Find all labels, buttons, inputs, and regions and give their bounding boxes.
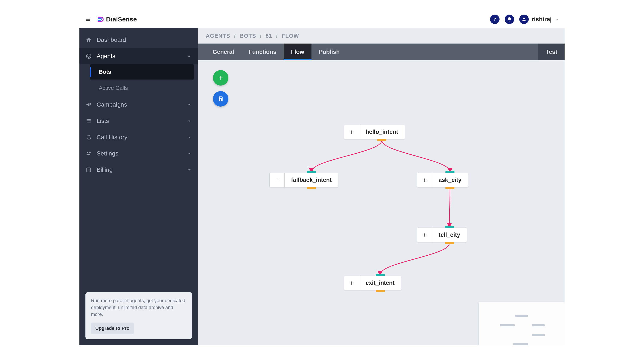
save-icon: [218, 96, 224, 102]
flow-node-hello_intent[interactable]: +hello_intent: [344, 125, 405, 139]
sidebar-subitem-label: Active Calls: [99, 85, 128, 91]
add-node-button[interactable]: [213, 70, 228, 86]
sidebar-item-label: Billing: [96, 166, 182, 173]
sidebar-item-lists[interactable]: Lists: [80, 113, 198, 129]
sidebar-item-call-history[interactable]: Call History: [80, 129, 198, 145]
node-add-child[interactable]: +: [270, 173, 285, 187]
node-add-child[interactable]: +: [344, 125, 359, 139]
port-out[interactable]: [307, 187, 316, 189]
sidebar-item-label: Call History: [96, 134, 182, 141]
svg-point-3: [87, 152, 88, 153]
node-label: tell_city: [432, 228, 467, 242]
port-in[interactable]: [376, 274, 385, 276]
billing-icon: [86, 167, 92, 173]
sidebar-item-agents[interactable]: Agents: [80, 48, 198, 64]
body: Dashboard Agents Bots Active Calls Campa…: [80, 28, 564, 345]
user-icon: [522, 17, 526, 22]
bell-icon: [507, 17, 512, 22]
breadcrumb-sep: /: [234, 32, 236, 39]
tab-general[interactable]: General: [205, 43, 242, 60]
menu-toggle[interactable]: [84, 15, 92, 23]
agents-icon: [86, 53, 92, 59]
tab-publish[interactable]: Publish: [312, 43, 347, 60]
edge-hello_intent-ask_city: [382, 140, 450, 172]
flow-node-tell_city[interactable]: +tell_city: [417, 228, 467, 242]
svg-rect-6: [87, 154, 89, 155]
sidebar-item-settings[interactable]: Settings: [80, 145, 198, 162]
tabs: General Functions Flow Publish Test: [198, 43, 564, 60]
port-in[interactable]: [445, 226, 454, 228]
node-add-child[interactable]: +: [417, 173, 432, 187]
svg-point-2: [86, 54, 91, 58]
port-out[interactable]: [378, 139, 386, 141]
sidebar-item-label: Lists: [96, 117, 182, 124]
main: AGENTS / BOTS / 81 / FLOW General Functi…: [198, 28, 564, 345]
upgrade-button[interactable]: Upgrade to Pro: [91, 323, 134, 334]
hamburger-icon: [85, 16, 91, 22]
help-button[interactable]: ?: [490, 14, 500, 24]
user-name: rishiraj: [532, 16, 552, 23]
sidebar-footer: Run more parallel agents, get your dedic…: [80, 286, 198, 345]
sidebar-subitem-active-calls[interactable]: Active Calls: [90, 80, 194, 96]
sidebar-subitem-label: Bots: [99, 69, 111, 75]
breadcrumb-item[interactable]: 81: [266, 32, 272, 39]
edge-hello_intent-fallback_intent: [312, 140, 382, 172]
user-menu[interactable]: rishiraj: [519, 14, 560, 24]
notifications-button[interactable]: [505, 14, 514, 24]
flow-node-fallback_intent[interactable]: +fallback_intent: [270, 173, 338, 187]
avatar: [519, 14, 529, 24]
save-flow-button[interactable]: [213, 91, 228, 107]
chevron-down-icon: [187, 135, 192, 140]
megaphone-icon: [86, 101, 92, 108]
sidebar-item-label: Settings: [96, 150, 182, 157]
node-label: ask_city: [432, 173, 468, 187]
app-window: DialSense ? rishiraj Dashboard: [80, 11, 564, 345]
canvas-float-buttons: [213, 70, 228, 107]
tab-flow[interactable]: Flow: [284, 43, 312, 60]
brand-logo-icon: [96, 16, 104, 23]
chevron-down-icon: [187, 118, 192, 123]
breadcrumb-item[interactable]: BOTS: [240, 32, 256, 39]
sidebar-item-label: Agents: [96, 53, 182, 60]
node-label: exit_intent: [359, 276, 401, 290]
flow-node-exit_intent[interactable]: +exit_intent: [344, 276, 401, 290]
sidebar: Dashboard Agents Bots Active Calls Campa…: [80, 28, 198, 345]
sidebar-item-billing[interactable]: Billing: [80, 162, 198, 178]
breadcrumb-sep: /: [260, 32, 262, 39]
upgrade-text: Run more parallel agents, get your dedic…: [91, 297, 186, 318]
brand[interactable]: DialSense: [96, 16, 137, 23]
chevron-down-icon: [187, 167, 192, 172]
list-icon: [86, 118, 92, 124]
edge-ask_city-tell_city: [449, 188, 450, 227]
home-icon: [86, 37, 92, 43]
history-icon: [86, 134, 92, 140]
upgrade-card: Run more parallel agents, get your dedic…: [86, 292, 192, 339]
port-in[interactable]: [446, 171, 454, 173]
edge-tell_city-exit_intent: [380, 243, 450, 275]
flow-node-ask_city[interactable]: +ask_city: [417, 173, 468, 187]
svg-point-1: [523, 17, 525, 19]
sidebar-subitem-bots[interactable]: Bots: [90, 64, 194, 79]
port-out[interactable]: [445, 242, 454, 244]
chevron-down-icon: [555, 17, 560, 22]
node-add-child[interactable]: +: [417, 228, 432, 242]
sidebar-item-campaigns[interactable]: Campaigns: [80, 96, 198, 113]
tab-functions[interactable]: Functions: [242, 43, 284, 60]
header-bar: DialSense ? rishiraj: [80, 11, 564, 28]
port-out[interactable]: [446, 187, 454, 189]
help-icon: ?: [492, 17, 498, 22]
minimap[interactable]: [479, 302, 564, 345]
sidebar-item-label: Campaigns: [96, 101, 182, 108]
breadcrumb-item[interactable]: AGENTS: [206, 32, 230, 39]
node-label: hello_intent: [359, 125, 405, 139]
settings-icon: [86, 150, 92, 157]
tab-test[interactable]: Test: [538, 43, 564, 60]
port-out[interactable]: [376, 290, 385, 292]
sidebar-item-dashboard[interactable]: Dashboard: [80, 32, 198, 48]
chevron-down-icon: [187, 102, 192, 107]
chevron-down-icon: [187, 151, 192, 156]
port-in[interactable]: [307, 171, 316, 173]
breadcrumb-item[interactable]: FLOW: [282, 32, 299, 39]
plus-icon: [218, 75, 224, 81]
node-add-child[interactable]: +: [344, 276, 359, 290]
